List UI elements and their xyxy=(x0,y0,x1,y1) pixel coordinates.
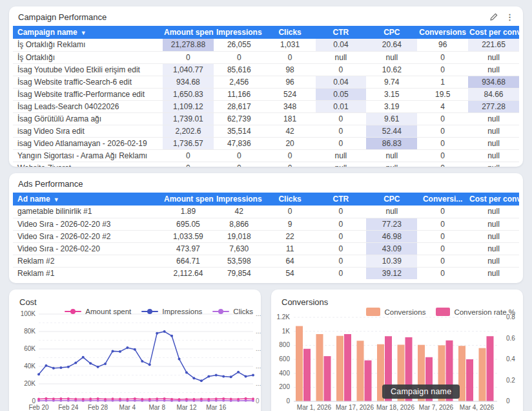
column-header[interactable]: Clicks xyxy=(265,193,316,206)
column-header[interactable]: Ad name▼ xyxy=(13,193,163,206)
table-cell: 0 xyxy=(417,51,468,63)
column-header[interactable]: Conversi... xyxy=(417,193,468,206)
table-cell: 0 xyxy=(316,255,367,267)
column-header[interactable]: CTR xyxy=(316,193,367,206)
table-cell: Reklam #1 xyxy=(13,267,163,279)
svg-text:...: ... xyxy=(256,328,261,335)
table-cell: İş Ortaklığı Reklamı xyxy=(13,39,163,51)
table-cell: 19.5 xyxy=(417,88,468,100)
table-cell: null xyxy=(366,206,417,218)
table-cell: 8,866 xyxy=(214,218,265,230)
table-cell: 26,055 xyxy=(214,39,265,51)
table-row: İsag Leads-Search 040220261,109.1228,617… xyxy=(13,100,519,112)
table-cell: 39.12 xyxy=(366,267,417,279)
cost-line-chart[interactable]: 100K...80K...60K...40K...20K...00Feb 20F… xyxy=(9,311,261,411)
legend-item[interactable]: Amount spent xyxy=(65,308,131,315)
table-cell: 1,739.01 xyxy=(163,112,214,125)
campaign-card-title: Campaign Performance xyxy=(18,12,107,22)
table-cell: 0 xyxy=(417,63,468,76)
edit-icon[interactable] xyxy=(490,13,498,22)
kebab-menu-icon[interactable]: ⋮ xyxy=(506,13,514,21)
table-cell: 3.19 xyxy=(366,100,417,112)
legend-line-marker-icon xyxy=(141,309,158,314)
table-cell: null xyxy=(468,255,519,267)
table-row: İsag Görütülü Arama ağı1,739.0162,739181… xyxy=(13,112,519,125)
svg-text:Mar 4: Mar 4 xyxy=(119,404,136,411)
legend-line-marker-icon xyxy=(212,309,229,314)
table-cell: gametable bilinirlik #1 xyxy=(13,206,163,218)
campaign-performance-card: Campaign Performance ⋮ Campaign name▼Amo… xyxy=(9,6,523,167)
table-cell: 20.64 xyxy=(366,39,417,51)
table-cell: null xyxy=(316,51,367,63)
header-row: Ad name▼Amount spentImpressionsClicksCTR… xyxy=(13,193,519,206)
svg-text:1.2K: 1.2K xyxy=(276,313,290,321)
legend-item[interactable]: Clicks xyxy=(212,308,253,315)
table-cell: 0 xyxy=(417,218,468,230)
table-cell: 0.05 xyxy=(316,88,367,100)
svg-text:0.6: 0.6 xyxy=(506,335,515,342)
column-header[interactable]: Amount spent xyxy=(163,26,214,39)
column-header[interactable]: Amount spent xyxy=(163,193,214,206)
legend-line-marker-icon xyxy=(65,309,81,314)
column-header[interactable]: CTR xyxy=(316,26,367,39)
table-cell: 52.44 xyxy=(366,125,417,137)
table-cell: 10.39 xyxy=(366,255,417,267)
legend-item[interactable]: Conversion rate % xyxy=(436,308,515,316)
table-cell: null xyxy=(316,149,367,162)
table-cell: 9.61 xyxy=(366,112,417,125)
table-row: İsag Youtube Video Etkili erişim edit1,0… xyxy=(13,63,519,76)
table-row: Website Ziyaret000nullnull0null xyxy=(13,162,519,167)
table-cell: 4 xyxy=(417,100,468,112)
sort-arrow-icon: ▼ xyxy=(81,30,87,36)
chart-tooltip: Campaign name xyxy=(382,385,460,399)
legend-label: Clicks xyxy=(233,308,253,315)
column-header[interactable]: Cost per conver... xyxy=(468,26,519,39)
column-header[interactable]: Campaign name▼ xyxy=(13,26,163,39)
table-cell: İsag Website traffic-Performance edit xyxy=(13,88,163,100)
table-row: Video Sıra - 2026-02-20473.977,63011043.… xyxy=(13,242,519,255)
legend-swatch-icon xyxy=(436,308,450,316)
column-header[interactable]: Cost per conv... xyxy=(468,193,519,206)
column-header[interactable]: Impressions xyxy=(214,193,265,206)
column-header[interactable]: Clicks xyxy=(265,26,316,39)
table-cell: null xyxy=(468,162,519,167)
table-cell: Reklam #2 xyxy=(13,255,163,267)
table-row: Reklam #12,112.6479,85454039.120null xyxy=(13,267,519,279)
column-header[interactable]: CPC xyxy=(366,26,417,39)
legend-item[interactable]: Conversions xyxy=(366,308,425,316)
column-header[interactable]: Impressions xyxy=(214,26,265,39)
table-cell: 0 xyxy=(316,125,367,137)
conversions-chart-card: Conversions ConversionsConversion rate %… xyxy=(271,290,523,411)
table-cell: 0 xyxy=(265,51,316,63)
column-header-label: Campaign name xyxy=(17,28,77,37)
table-cell: 85,616 xyxy=(214,63,265,76)
table-row: İş Ortaklığı Reklamı21,278.8826,0551,031… xyxy=(13,39,519,51)
column-header[interactable]: Conversions xyxy=(417,26,468,39)
svg-text:40K: 40K xyxy=(24,363,36,370)
svg-text:Mar 12: Mar 12 xyxy=(176,404,197,411)
table-cell: 934.68 xyxy=(163,76,214,88)
legend-label: Impressions xyxy=(162,308,202,315)
ads-table: Ad name▼Amount spentImpressionsClicksCTR… xyxy=(13,193,519,279)
table-cell: 221.65 xyxy=(468,39,519,51)
legend-item[interactable]: Impressions xyxy=(141,308,202,315)
table-cell: null xyxy=(468,137,519,149)
table-cell: null xyxy=(468,206,519,218)
table-row: İsag Website traffic-Performance edit1,6… xyxy=(13,88,519,100)
table-cell: 0 xyxy=(163,162,214,167)
table-cell: 1,033.59 xyxy=(163,230,214,242)
ads-card-title: Ads Performance xyxy=(18,179,83,189)
table-cell: 0 xyxy=(163,149,214,162)
svg-text:Mar 7, 2026: Mar 7, 2026 xyxy=(419,404,454,411)
svg-text:800: 800 xyxy=(279,341,290,348)
svg-text:0.2: 0.2 xyxy=(506,377,515,384)
table-row: Yangın Sigortası - Arama Ağı Reklamı000n… xyxy=(13,149,519,162)
dashboard-page: Campaign Performance ⋮ Campaign name▼Amo… xyxy=(0,0,532,411)
table-cell: Video Sıra - 2026-02-20 #2 xyxy=(13,230,163,242)
column-header[interactable]: CPC xyxy=(366,193,417,206)
table-cell: 42 xyxy=(214,206,265,218)
table-cell: 0 xyxy=(265,162,316,167)
table-cell: null xyxy=(366,51,417,63)
table-cell: 664.71 xyxy=(163,255,214,267)
table-cell: 0 xyxy=(316,137,367,149)
